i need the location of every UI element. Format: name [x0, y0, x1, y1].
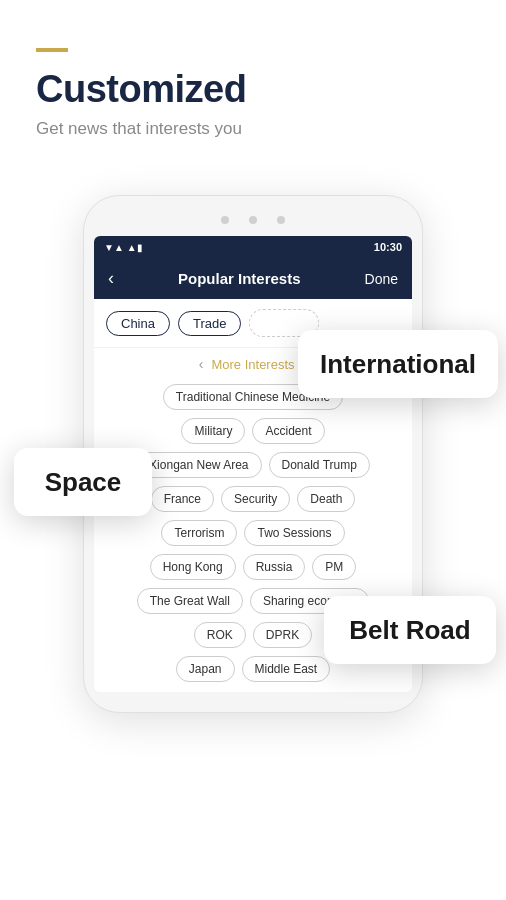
- tag-middle-east[interactable]: Middle East: [242, 656, 331, 682]
- tag-donald-trump[interactable]: Donald Trump: [269, 452, 370, 478]
- float-card-international: International: [298, 330, 498, 398]
- tag-xiongan[interactable]: Xiongan New Area: [136, 452, 261, 478]
- tag-rok[interactable]: ROK: [194, 622, 246, 648]
- tag-terrorism[interactable]: Terrorism: [161, 520, 237, 546]
- tag-france[interactable]: France: [151, 486, 214, 512]
- phone-dot-center: [249, 216, 257, 224]
- tag-death[interactable]: Death: [297, 486, 355, 512]
- float-space-label: Space: [45, 467, 122, 498]
- arrow-left-icon[interactable]: ‹: [199, 356, 204, 372]
- nav-bar: ‹ Popular Interests Done: [94, 258, 412, 299]
- accent-bar: [36, 48, 68, 52]
- back-button[interactable]: ‹: [108, 268, 114, 289]
- selected-tag-china[interactable]: China: [106, 311, 170, 336]
- tag-security[interactable]: Security: [221, 486, 290, 512]
- tag-two-sessions[interactable]: Two Sessions: [244, 520, 344, 546]
- page-title: Customized: [36, 68, 470, 111]
- page-background: Customized Get news that interests you ▼…: [0, 0, 506, 900]
- tags-row-2: Military Accident: [104, 418, 402, 444]
- float-belt-road-label: Belt Road: [349, 615, 470, 646]
- phone-dot-right: [277, 216, 285, 224]
- tag-japan[interactable]: Japan: [176, 656, 235, 682]
- tags-row-6: Hong Kong Russia PM: [104, 554, 402, 580]
- status-icons: ▼▲ ▲▮: [104, 242, 143, 253]
- phone-top-bar: [94, 212, 412, 228]
- page-subtitle: Get news that interests you: [36, 119, 470, 139]
- tag-great-wall[interactable]: The Great Wall: [137, 588, 243, 614]
- tag-russia[interactable]: Russia: [243, 554, 306, 580]
- status-time: 10:30: [374, 241, 402, 253]
- more-interests-label[interactable]: More Interests: [211, 357, 294, 372]
- nav-title: Popular Interests: [178, 270, 301, 287]
- tags-row-5: Terrorism Two Sessions: [104, 520, 402, 546]
- tag-pm[interactable]: PM: [312, 554, 356, 580]
- float-international-label: International: [320, 349, 476, 380]
- tag-accident[interactable]: Accident: [252, 418, 324, 444]
- selected-tag-trade[interactable]: Trade: [178, 311, 241, 336]
- float-card-belt-road: Belt Road: [324, 596, 496, 664]
- float-card-space: Space: [14, 448, 152, 516]
- wifi-icon: ▼▲: [104, 242, 124, 253]
- tag-dprk[interactable]: DPRK: [253, 622, 312, 648]
- top-section: Customized Get news that interests you: [0, 0, 506, 159]
- status-bar: ▼▲ ▲▮ 10:30: [94, 236, 412, 258]
- signal-icon: ▲▮: [127, 242, 143, 253]
- done-button[interactable]: Done: [365, 271, 398, 287]
- tag-hong-kong[interactable]: Hong Kong: [150, 554, 236, 580]
- tag-military[interactable]: Military: [181, 418, 245, 444]
- phone-dot-left: [221, 216, 229, 224]
